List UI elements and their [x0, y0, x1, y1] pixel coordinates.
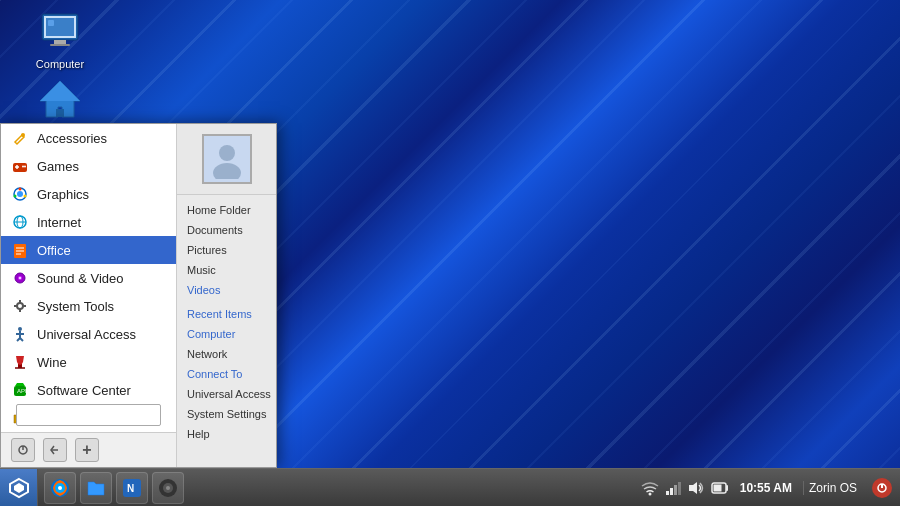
- app4-icon: [157, 477, 179, 499]
- menu-item-wine[interactable]: Wine: [1, 348, 176, 376]
- menu-item-accessories[interactable]: Accessories: [1, 124, 176, 152]
- computer-icon-label: Computer: [36, 58, 84, 70]
- start-menu-container: Accessories Games Graphics: [0, 123, 277, 468]
- home-icon-img: [36, 75, 84, 123]
- svg-rect-2: [54, 40, 66, 44]
- svg-point-49: [219, 145, 235, 161]
- internet-icon: [11, 213, 29, 231]
- files-icon: [85, 477, 107, 499]
- taskbar-start-button[interactable]: [0, 469, 38, 507]
- system-tray: 10:55 AM Zorin OS: [633, 469, 900, 506]
- svg-text:N: N: [127, 483, 134, 494]
- power-icon: [876, 482, 888, 494]
- app3-icon: N: [121, 477, 143, 499]
- taskbar-firefox[interactable]: [44, 472, 76, 504]
- power-button[interactable]: [872, 478, 892, 498]
- wifi-icon: [641, 480, 659, 496]
- svg-marker-66: [689, 482, 697, 494]
- menu-item-sound-video-label: Sound & Video: [37, 271, 124, 286]
- menu-item-games[interactable]: Games: [1, 152, 176, 180]
- volume-icon: [687, 480, 705, 496]
- svg-rect-7: [56, 109, 64, 117]
- svg-point-16: [17, 191, 23, 197]
- shutdown-button[interactable]: [11, 438, 35, 462]
- svg-point-55: [58, 486, 62, 490]
- shutdown-icon: [17, 444, 29, 456]
- svg-marker-52: [14, 483, 24, 493]
- menu-item-games-label: Games: [37, 159, 79, 174]
- right-link-documents[interactable]: Documents: [177, 220, 276, 240]
- signal-icon: [665, 480, 681, 496]
- menu-item-graphics[interactable]: Graphics: [1, 180, 176, 208]
- svg-point-60: [166, 486, 170, 490]
- desktop-icon-computer[interactable]: Computer: [20, 10, 100, 70]
- right-links-list: Home Folder Documents Pictures Music Vid…: [177, 195, 276, 467]
- menu-item-system-tools[interactable]: System Tools: [1, 292, 176, 320]
- menu-item-internet[interactable]: Internet: [1, 208, 176, 236]
- svg-rect-63: [670, 488, 673, 495]
- taskbar-files[interactable]: [80, 472, 112, 504]
- desktop: Computer home Accessories: [0, 0, 900, 506]
- menu-item-wine-label: Wine: [37, 355, 67, 370]
- right-link-system-settings[interactable]: System Settings: [177, 404, 276, 424]
- menu-item-accessories-label: Accessories: [37, 131, 107, 146]
- menu-left-panel: Accessories Games Graphics: [1, 124, 176, 467]
- svg-point-29: [19, 277, 21, 279]
- svg-rect-68: [713, 484, 721, 491]
- add-button[interactable]: +: [75, 438, 99, 462]
- menu-item-universal-access[interactable]: Universal Access: [1, 320, 176, 348]
- svg-point-9: [21, 133, 25, 137]
- svg-point-13: [22, 166, 24, 168]
- menu-item-sound-video[interactable]: Sound & Video: [1, 264, 176, 292]
- sound-video-icon: [11, 269, 29, 287]
- right-link-universal-access[interactable]: Universal Access: [177, 384, 276, 404]
- taskbar-app3[interactable]: N: [116, 472, 148, 504]
- menu-item-office[interactable]: Office: [1, 236, 176, 264]
- clock-time: 10:55 AM: [740, 481, 792, 495]
- computer-icon-img: [36, 10, 84, 58]
- accessories-icon: [11, 129, 29, 147]
- right-link-help[interactable]: Help: [177, 424, 276, 444]
- battery-tray-icon[interactable]: [711, 481, 729, 495]
- system-tools-icon: [11, 297, 29, 315]
- right-link-music[interactable]: Music: [177, 260, 276, 280]
- svg-text:APP: APP: [17, 388, 28, 394]
- svg-point-30: [17, 303, 23, 309]
- firefox-icon: [49, 477, 71, 499]
- user-avatar: [202, 134, 252, 184]
- universal-access-icon: [11, 325, 29, 343]
- svg-point-17: [19, 188, 22, 191]
- svg-point-18: [24, 195, 27, 198]
- right-link-home-folder[interactable]: Home Folder: [177, 200, 276, 220]
- volume-tray-icon[interactable]: [687, 480, 705, 496]
- menu-search-input[interactable]: [16, 404, 161, 426]
- menu-item-internet-label: Internet: [37, 215, 81, 230]
- add-icon: +: [82, 442, 91, 458]
- taskbar-app4[interactable]: [152, 472, 184, 504]
- menu-item-office-label: Office: [37, 243, 71, 258]
- svg-point-19: [14, 195, 17, 198]
- logout-button[interactable]: [43, 438, 67, 462]
- svg-rect-62: [666, 491, 669, 495]
- right-link-computer[interactable]: Computer: [177, 324, 276, 344]
- logout-icon: [49, 444, 61, 456]
- wifi-tray-icon[interactable]: [641, 480, 659, 496]
- battery-icon: [711, 481, 729, 495]
- taskbar-apps-section: N: [38, 472, 633, 504]
- right-link-recent-items[interactable]: Recent Items: [177, 304, 276, 324]
- svg-line-39: [20, 338, 23, 341]
- right-link-connect-to[interactable]: Connect To: [177, 364, 276, 384]
- zorin-os-label: Zorin OS: [803, 481, 862, 495]
- user-avatar-section: [177, 124, 276, 195]
- svg-rect-65: [678, 482, 681, 495]
- menu-item-universal-access-label: Universal Access: [37, 327, 136, 342]
- svg-marker-8: [40, 81, 80, 101]
- menu-right-panel: Home Folder Documents Pictures Music Vid…: [176, 124, 276, 467]
- signal-tray-icon[interactable]: [665, 480, 681, 496]
- start-menu: Accessories Games Graphics: [0, 123, 277, 468]
- right-link-network[interactable]: Network: [177, 344, 276, 364]
- right-link-videos[interactable]: Videos: [177, 280, 276, 300]
- menu-item-system-tools-label: System Tools: [37, 299, 114, 314]
- system-clock[interactable]: 10:55 AM: [735, 479, 797, 497]
- right-link-pictures[interactable]: Pictures: [177, 240, 276, 260]
